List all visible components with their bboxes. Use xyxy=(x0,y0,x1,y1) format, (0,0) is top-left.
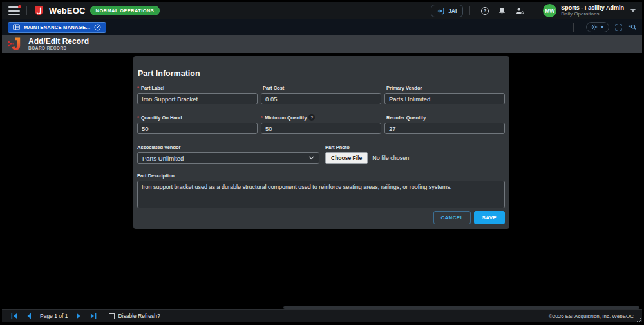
board-header: Add/Edit Record BOARD RECORD xyxy=(2,35,642,53)
part-information-panel: Part Information *Part Label Part Cost xyxy=(133,56,509,229)
footer-bar: Page 1 of 1 Disable Refresh? ©2026 ESi A… xyxy=(2,309,642,322)
file-status: No file chosen xyxy=(372,155,409,161)
user-menu-caret-icon[interactable] xyxy=(630,9,636,12)
first-page-button[interactable] xyxy=(11,313,17,319)
minimum-quantity-input[interactable] xyxy=(261,123,381,134)
disable-refresh-checkbox[interactable] xyxy=(109,313,115,319)
brand: WebEOC NORMAL OPERATIONS xyxy=(33,5,160,16)
quantity-on-hand-input[interactable] xyxy=(137,123,258,134)
save-button[interactable]: SAVE xyxy=(474,211,505,224)
field-part-photo: Part Photo Choose File No file chosen xyxy=(325,144,454,164)
last-page-icon xyxy=(90,313,97,319)
form-row-description: Part Description Iron support bracket us… xyxy=(137,172,505,211)
part-cost-input[interactable] xyxy=(261,93,381,104)
selected-value: Parts Unlimited xyxy=(142,155,184,162)
tab-label: MAINTENANCE MANAGE... xyxy=(24,25,90,30)
next-page-button[interactable] xyxy=(76,313,81,319)
form-row-1: *Part Label Part Cost Primary Vendor xyxy=(137,84,505,104)
field-primary-vendor: Primary Vendor xyxy=(384,84,505,104)
user-info: Sports - Facility Admin Daily Operations xyxy=(561,5,624,17)
notification-dot xyxy=(18,5,21,8)
field-part-description: Part Description Iron support bracket us… xyxy=(137,172,505,211)
board-icon xyxy=(13,24,20,30)
previous-page-icon xyxy=(26,313,32,319)
field-associated-vendor: Associated Vendor Parts Unlimited xyxy=(137,144,319,164)
help-icon: ? xyxy=(481,7,489,15)
previous-page-button[interactable] xyxy=(26,313,32,319)
user-incident: Daily Operations xyxy=(561,11,624,17)
part-label-input[interactable] xyxy=(137,93,258,104)
choose-file-button[interactable]: Choose File xyxy=(325,152,368,164)
jai-assistant-button[interactable]: JAI xyxy=(431,5,463,17)
tab-maintenance-management[interactable]: MAINTENANCE MANAGE... xyxy=(8,22,106,33)
part-description-textarea[interactable]: Iron support bracket used as a durable s… xyxy=(137,181,505,208)
field-quantity-on-hand: *Quantity On Hand xyxy=(137,114,258,134)
divider xyxy=(536,6,536,15)
notifications-button[interactable] xyxy=(498,6,506,15)
field-minimum-quantity: *Minimum Quantity ? xyxy=(261,114,381,134)
field-part-label: *Part Label xyxy=(137,84,258,104)
jai-label: JAI xyxy=(448,8,457,14)
associated-vendor-select[interactable]: Parts Unlimited xyxy=(137,152,319,164)
part-label-label: *Part Label xyxy=(137,84,258,91)
cancel-button[interactable]: CANCEL xyxy=(433,211,470,224)
field-part-cost: Part Cost xyxy=(261,84,381,104)
board-settings-button[interactable] xyxy=(586,22,609,32)
field-help-icon[interactable]: ? xyxy=(308,114,315,121)
form-row-2: *Quantity On Hand *Minimum Quantity ? Re… xyxy=(137,114,505,134)
divider xyxy=(26,6,27,15)
caret-down-icon xyxy=(600,26,604,28)
required-marker: * xyxy=(137,115,139,121)
reorder-quantity-label: Reorder Quantity xyxy=(384,114,505,121)
form-row-3: Associated Vendor Parts Unlimited Part P… xyxy=(137,144,505,164)
quantity-on-hand-label: *Quantity On Hand xyxy=(137,114,258,121)
chevron-down-icon xyxy=(308,156,314,160)
fullscreen-icon xyxy=(615,24,622,31)
copyright-text: ©2026 ESi Acquisition, Inc. WebEOC xyxy=(549,313,638,319)
disable-refresh-label: Disable Refresh? xyxy=(118,313,160,319)
user-gear-icon xyxy=(515,6,525,15)
page-subtitle: BOARD RECORD xyxy=(28,46,89,50)
tabbar-tools xyxy=(567,22,636,32)
fullscreen-button[interactable] xyxy=(615,24,622,31)
minimum-quantity-label: *Minimum Quantity ? xyxy=(261,114,381,121)
section-title: Part Information xyxy=(138,69,200,78)
part-description-label: Part Description xyxy=(137,172,505,179)
hamburger-menu-icon[interactable] xyxy=(8,6,20,15)
last-page-button[interactable] xyxy=(90,313,97,319)
part-cost-label: Part Cost xyxy=(261,84,381,91)
required-marker: * xyxy=(137,85,139,91)
topbar-right: JAI ? MW xyxy=(431,4,636,17)
board-record-icon xyxy=(7,37,23,51)
gear-icon xyxy=(591,24,598,30)
panel-top-rule xyxy=(138,63,505,63)
primary-vendor-input[interactable] xyxy=(384,93,505,104)
top-bar: WebEOC NORMAL OPERATIONS JAI ? xyxy=(2,2,642,19)
status-badge: NORMAL OPERATIONS xyxy=(90,6,160,15)
help-button[interactable]: ? xyxy=(481,7,489,15)
user-settings-button[interactable] xyxy=(515,6,525,15)
avatar[interactable]: MW xyxy=(543,4,556,17)
part-photo-label: Part Photo xyxy=(325,144,454,150)
close-icon[interactable] xyxy=(94,24,101,31)
page-title: Add/Edit Record xyxy=(28,37,89,46)
divider xyxy=(573,23,574,32)
form-actions: CANCEL SAVE xyxy=(433,211,505,224)
reorder-quantity-input[interactable] xyxy=(384,123,505,134)
webeoc-window: WebEOC NORMAL OPERATIONS JAI ? xyxy=(0,0,644,325)
jai-icon xyxy=(437,7,445,15)
next-page-icon xyxy=(76,313,81,319)
content-area: Part Information *Part Label Part Cost xyxy=(2,53,642,309)
search-list-icon xyxy=(628,23,636,31)
file-input: Choose File No file chosen xyxy=(325,152,454,164)
board-search-button[interactable] xyxy=(628,23,636,31)
associated-vendor-label: Associated Vendor xyxy=(137,144,319,150)
board-header-text: Add/Edit Record BOARD RECORD xyxy=(28,37,89,50)
divider xyxy=(469,6,470,15)
webeoc-logo-icon xyxy=(33,5,44,16)
primary-vendor-label: Primary Vendor xyxy=(384,84,505,91)
bell-icon xyxy=(498,6,506,15)
tab-bar: MAINTENANCE MANAGE... xyxy=(2,19,642,35)
resize-handle[interactable] xyxy=(636,317,642,322)
page-status: Page 1 of 1 xyxy=(40,313,68,319)
